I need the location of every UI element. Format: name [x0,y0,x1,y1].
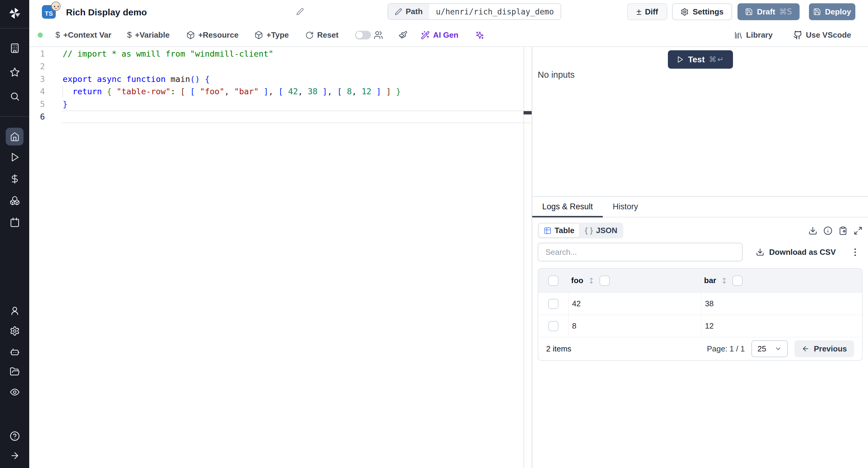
multiplayer-button[interactable] [374,30,383,40]
diff-button[interactable]: ± Diff [627,3,667,20]
save-draft-button[interactable]: Draft ⌘S [738,3,800,20]
sidebar-item-settings[interactable] [0,326,29,336]
column-foo-checkbox[interactable] [599,275,610,286]
github-cat-icon [793,30,803,40]
sidebar [0,0,29,468]
column-header-foo: foo [571,276,583,285]
topbar-actions: ± Diff Settings Draft ⌘S Deploy [627,3,855,20]
sidebar-divider [0,116,29,117]
building-icon [10,43,20,53]
add-variable-button[interactable]: $ +Variable [127,30,170,40]
dollar-icon: $ [56,30,60,40]
ai-gen-button[interactable]: AI Gen [421,30,458,40]
sidebar-item-users[interactable] [0,306,29,316]
row-checkbox[interactable] [548,299,558,309]
download-csv-button[interactable]: Download as CSV [756,247,836,257]
sidebar-item-variables[interactable] [0,174,29,184]
download-icon [756,248,764,256]
row-checkbox[interactable] [548,321,558,331]
code-line[interactable]: // import * as wmill from "windmill-clie… [63,47,523,60]
add-context-var-button[interactable]: $ +Context Var [56,30,112,40]
code-line[interactable]: } [63,98,523,110]
library-button[interactable]: Library [734,30,773,40]
sidebar-item-resources[interactable] [0,196,29,206]
line-number: 3 [29,73,62,86]
sidebar-item-runs[interactable] [0,152,29,162]
format-button[interactable] [398,31,407,40]
eye-icon [10,387,20,397]
sidebar-divider [0,28,29,29]
settings-button[interactable]: Settings [672,3,732,20]
code-line[interactable]: return { "table-row": [ [ "foo", "bar" ]… [63,85,523,98]
table-menu-button[interactable] [852,247,858,258]
line-number: 5 [29,98,62,110]
users-icon [374,30,383,40]
tab-logs-result[interactable]: Logs & Result [532,197,603,217]
line-number: 4 [29,85,62,98]
search-icon [10,91,20,101]
sidebar-item-search[interactable] [0,91,29,101]
code-line[interactable] [63,60,523,73]
expand-result-button[interactable] [854,226,863,235]
table-cell: 38 [701,293,862,315]
sidebar-expand[interactable] [0,450,29,461]
download-result-button[interactable] [808,226,817,235]
diff-mode-toggle[interactable] [355,31,371,39]
sidebar-item-help[interactable] [0,431,29,441]
column-bar-checkbox[interactable] [733,275,743,286]
language-badge: TS [42,5,56,19]
chevron-down-icon [775,345,782,353]
no-inputs-text: No inputs [538,70,575,80]
select-all-checkbox[interactable] [548,275,558,286]
code-content[interactable]: // import * as wmill from "windmill-clie… [63,47,523,123]
page-indicator: Page: 1 / 1 [707,344,745,354]
path-editor[interactable]: Path u/henri/rich_display_demo [388,3,561,20]
rotate-icon [305,31,314,39]
sort-foo-button[interactable] [587,277,595,285]
view-mode-table[interactable]: Table [539,224,579,237]
library-icon [734,31,743,40]
line-number-gutter: 123456 [29,47,62,123]
edit-summary-button[interactable] [296,8,304,15]
reset-button[interactable]: Reset [305,30,338,40]
search-input[interactable] [538,243,743,261]
ai-assistant-button[interactable] [475,31,484,40]
download-icon [808,226,817,235]
sort-bar-button[interactable] [720,277,728,285]
table-row: 812 [538,315,862,337]
sidebar-item-favorites[interactable] [0,67,29,77]
gear-icon [10,326,20,336]
result-table: foo bar [538,268,863,361]
sidebar-item-audit-logs[interactable] [0,387,29,397]
test-button[interactable]: Test ⌘↵ [668,50,733,69]
add-resource-button[interactable]: +Resource [186,30,239,40]
sidebar-item-schedules[interactable] [0,217,29,227]
add-type-button[interactable]: +Type [254,30,289,40]
tab-history[interactable]: History [603,197,648,217]
sidebar-item-workers[interactable] [0,346,29,357]
top-bar: TS Rich Display demo Path u/henri/rich_d… [29,0,868,24]
result-info-button[interactable] [824,226,832,235]
deploy-button[interactable]: Deploy [809,3,855,20]
pencil-icon [296,8,304,15]
code-line[interactable] [63,110,523,123]
dollar-icon [10,174,20,184]
code-editor[interactable]: 123456 // import * as wmill from "windmi… [29,47,532,468]
clipboard-copy-icon [838,226,847,235]
maximize-icon [854,226,863,235]
previous-page-button[interactable]: Previous [795,340,854,357]
page-size-select[interactable]: 25 [751,340,788,357]
windmill-logo[interactable] [0,6,29,21]
sidebar-item-home[interactable] [6,128,24,145]
arrows-up-down-icon [587,277,595,285]
path-label-segment: Path [388,4,429,19]
copy-result-button[interactable] [838,226,847,235]
items-count: 2 items [546,344,571,354]
use-vscode-button[interactable]: Use VScode [793,30,851,40]
sidebar-item-workspace[interactable] [0,43,29,53]
path-value: u/henri/rich_display_demo [429,4,560,19]
play-icon [10,152,20,162]
view-mode-json[interactable]: { } JSON [580,224,622,237]
code-line[interactable]: export async function main() { [63,73,523,86]
sidebar-item-folders[interactable] [0,367,29,377]
